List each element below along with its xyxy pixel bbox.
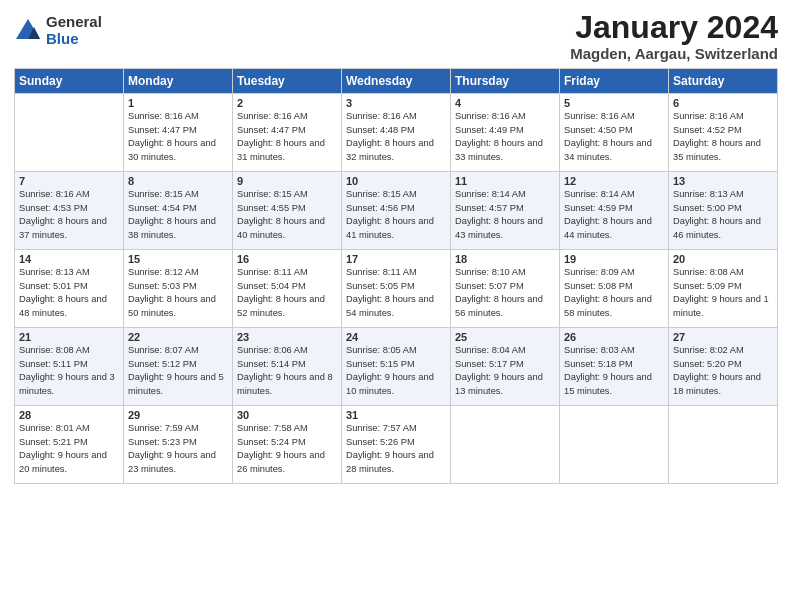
day-number: 4 [455, 97, 555, 109]
col-monday: Monday [124, 69, 233, 94]
logo-blue: Blue [46, 31, 102, 48]
day-info: Sunrise: 8:16 AM Sunset: 4:50 PM Dayligh… [564, 110, 664, 164]
daylight-text: Daylight: 9 hours and 13 minutes. [455, 371, 555, 398]
calendar-cell [451, 406, 560, 484]
day-number: 27 [673, 331, 773, 343]
calendar-cell [15, 94, 124, 172]
sunset-text: Sunset: 4:47 PM [128, 124, 228, 137]
day-number: 16 [237, 253, 337, 265]
day-info: Sunrise: 8:15 AM Sunset: 4:54 PM Dayligh… [128, 188, 228, 242]
day-number: 23 [237, 331, 337, 343]
day-info: Sunrise: 8:16 AM Sunset: 4:53 PM Dayligh… [19, 188, 119, 242]
day-number: 8 [128, 175, 228, 187]
calendar-week-3: 14 Sunrise: 8:13 AM Sunset: 5:01 PM Dayl… [15, 250, 778, 328]
sunrise-text: Sunrise: 8:03 AM [564, 344, 664, 357]
sunrise-text: Sunrise: 8:06 AM [237, 344, 337, 357]
calendar-cell [560, 406, 669, 484]
daylight-text: Daylight: 9 hours and 5 minutes. [128, 371, 228, 398]
daylight-text: Daylight: 8 hours and 46 minutes. [673, 215, 773, 242]
daylight-text: Daylight: 8 hours and 52 minutes. [237, 293, 337, 320]
sunrise-text: Sunrise: 8:13 AM [673, 188, 773, 201]
calendar-cell: 10 Sunrise: 8:15 AM Sunset: 4:56 PM Dayl… [342, 172, 451, 250]
sunrise-text: Sunrise: 8:15 AM [128, 188, 228, 201]
day-number: 6 [673, 97, 773, 109]
calendar-cell: 21 Sunrise: 8:08 AM Sunset: 5:11 PM Dayl… [15, 328, 124, 406]
daylight-text: Daylight: 9 hours and 3 minutes. [19, 371, 119, 398]
sunrise-text: Sunrise: 8:16 AM [128, 110, 228, 123]
daylight-text: Daylight: 9 hours and 15 minutes. [564, 371, 664, 398]
sunset-text: Sunset: 4:57 PM [455, 202, 555, 215]
day-number: 9 [237, 175, 337, 187]
sunset-text: Sunset: 4:59 PM [564, 202, 664, 215]
day-info: Sunrise: 8:16 AM Sunset: 4:49 PM Dayligh… [455, 110, 555, 164]
sunset-text: Sunset: 5:01 PM [19, 280, 119, 293]
day-info: Sunrise: 8:01 AM Sunset: 5:21 PM Dayligh… [19, 422, 119, 476]
sunrise-text: Sunrise: 8:11 AM [237, 266, 337, 279]
day-info: Sunrise: 8:15 AM Sunset: 4:55 PM Dayligh… [237, 188, 337, 242]
day-info: Sunrise: 8:14 AM Sunset: 4:59 PM Dayligh… [564, 188, 664, 242]
daylight-text: Daylight: 8 hours and 40 minutes. [237, 215, 337, 242]
calendar-cell: 9 Sunrise: 8:15 AM Sunset: 4:55 PM Dayli… [233, 172, 342, 250]
col-saturday: Saturday [669, 69, 778, 94]
daylight-text: Daylight: 9 hours and 18 minutes. [673, 371, 773, 398]
sunset-text: Sunset: 5:11 PM [19, 358, 119, 371]
day-info: Sunrise: 8:10 AM Sunset: 5:07 PM Dayligh… [455, 266, 555, 320]
calendar-cell: 14 Sunrise: 8:13 AM Sunset: 5:01 PM Dayl… [15, 250, 124, 328]
calendar-cell: 2 Sunrise: 8:16 AM Sunset: 4:47 PM Dayli… [233, 94, 342, 172]
sunrise-text: Sunrise: 8:15 AM [346, 188, 446, 201]
calendar-table: Sunday Monday Tuesday Wednesday Thursday… [14, 68, 778, 484]
calendar-cell [669, 406, 778, 484]
title-block: January 2024 Magden, Aargau, Switzerland [570, 10, 778, 62]
sunrise-text: Sunrise: 7:57 AM [346, 422, 446, 435]
col-tuesday: Tuesday [233, 69, 342, 94]
sunrise-text: Sunrise: 8:08 AM [673, 266, 773, 279]
sunset-text: Sunset: 4:54 PM [128, 202, 228, 215]
sunset-text: Sunset: 5:20 PM [673, 358, 773, 371]
sunset-text: Sunset: 4:47 PM [237, 124, 337, 137]
daylight-text: Daylight: 8 hours and 41 minutes. [346, 215, 446, 242]
sunset-text: Sunset: 5:05 PM [346, 280, 446, 293]
sunrise-text: Sunrise: 8:14 AM [455, 188, 555, 201]
daylight-text: Daylight: 8 hours and 34 minutes. [564, 137, 664, 164]
calendar-cell: 13 Sunrise: 8:13 AM Sunset: 5:00 PM Dayl… [669, 172, 778, 250]
day-info: Sunrise: 8:07 AM Sunset: 5:12 PM Dayligh… [128, 344, 228, 398]
sunrise-text: Sunrise: 8:13 AM [19, 266, 119, 279]
day-info: Sunrise: 8:11 AM Sunset: 5:04 PM Dayligh… [237, 266, 337, 320]
calendar-week-1: 1 Sunrise: 8:16 AM Sunset: 4:47 PM Dayli… [15, 94, 778, 172]
sunrise-text: Sunrise: 8:16 AM [19, 188, 119, 201]
sunrise-text: Sunrise: 8:09 AM [564, 266, 664, 279]
day-number: 10 [346, 175, 446, 187]
sunset-text: Sunset: 4:55 PM [237, 202, 337, 215]
daylight-text: Daylight: 8 hours and 58 minutes. [564, 293, 664, 320]
day-info: Sunrise: 8:09 AM Sunset: 5:08 PM Dayligh… [564, 266, 664, 320]
day-number: 1 [128, 97, 228, 109]
calendar-cell: 18 Sunrise: 8:10 AM Sunset: 5:07 PM Dayl… [451, 250, 560, 328]
sunset-text: Sunset: 5:08 PM [564, 280, 664, 293]
day-info: Sunrise: 8:12 AM Sunset: 5:03 PM Dayligh… [128, 266, 228, 320]
day-number: 29 [128, 409, 228, 421]
day-number: 11 [455, 175, 555, 187]
day-info: Sunrise: 8:03 AM Sunset: 5:18 PM Dayligh… [564, 344, 664, 398]
sunset-text: Sunset: 5:09 PM [673, 280, 773, 293]
sunset-text: Sunset: 5:03 PM [128, 280, 228, 293]
day-info: Sunrise: 7:57 AM Sunset: 5:26 PM Dayligh… [346, 422, 446, 476]
sunset-text: Sunset: 4:53 PM [19, 202, 119, 215]
day-info: Sunrise: 8:16 AM Sunset: 4:48 PM Dayligh… [346, 110, 446, 164]
sunrise-text: Sunrise: 8:07 AM [128, 344, 228, 357]
day-info: Sunrise: 7:58 AM Sunset: 5:24 PM Dayligh… [237, 422, 337, 476]
col-wednesday: Wednesday [342, 69, 451, 94]
calendar-cell: 8 Sunrise: 8:15 AM Sunset: 4:54 PM Dayli… [124, 172, 233, 250]
daylight-text: Daylight: 9 hours and 1 minute. [673, 293, 773, 320]
sunrise-text: Sunrise: 8:16 AM [346, 110, 446, 123]
daylight-text: Daylight: 9 hours and 10 minutes. [346, 371, 446, 398]
sunrise-text: Sunrise: 8:01 AM [19, 422, 119, 435]
sunrise-text: Sunrise: 8:16 AM [564, 110, 664, 123]
day-info: Sunrise: 8:15 AM Sunset: 4:56 PM Dayligh… [346, 188, 446, 242]
sunset-text: Sunset: 4:49 PM [455, 124, 555, 137]
day-number: 18 [455, 253, 555, 265]
calendar-cell: 11 Sunrise: 8:14 AM Sunset: 4:57 PM Dayl… [451, 172, 560, 250]
sunset-text: Sunset: 5:17 PM [455, 358, 555, 371]
sunrise-text: Sunrise: 8:11 AM [346, 266, 446, 279]
daylight-text: Daylight: 8 hours and 33 minutes. [455, 137, 555, 164]
day-info: Sunrise: 8:04 AM Sunset: 5:17 PM Dayligh… [455, 344, 555, 398]
